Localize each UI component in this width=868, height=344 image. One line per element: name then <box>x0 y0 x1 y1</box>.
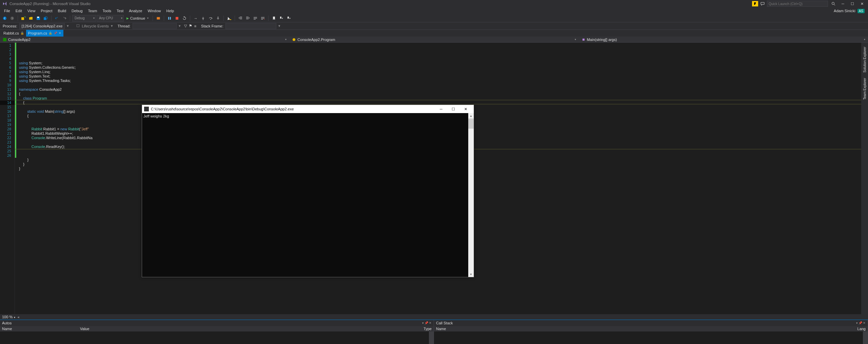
console-title-text: C:\Users\rushd\source\repos\ConsoleApp2\… <box>151 107 294 111</box>
browser-link-icon[interactable] <box>155 15 162 22</box>
close-button[interactable]: ✕ <box>858 0 866 7</box>
user-avatar[interactable]: AS <box>857 9 865 13</box>
uncomment-icon[interactable] <box>259 15 266 22</box>
console-title-bar[interactable]: C:\Users\rushd\source\repos\ConsoleApp2\… <box>142 105 474 113</box>
document-tabs: Rabbit.cs 🔒 Program.cs 🔒 📌 ✕ <box>0 30 868 37</box>
indent-decrease-icon[interactable] <box>237 15 244 22</box>
bookmark-next-icon[interactable] <box>285 15 292 22</box>
pane-pin-icon[interactable]: 📌 <box>859 321 862 325</box>
quick-launch-input[interactable] <box>767 1 828 7</box>
menu-test[interactable]: Test <box>114 8 126 14</box>
class-icon <box>292 38 296 42</box>
svg-rect-5 <box>37 17 39 18</box>
bookmark-icon[interactable] <box>271 15 277 22</box>
pane-close-icon[interactable]: ✕ <box>429 321 432 325</box>
pane-dropdown-icon[interactable]: ▾ <box>856 321 858 325</box>
console-maximize-button[interactable]: ☐ <box>447 105 459 113</box>
method-icon <box>581 38 586 42</box>
class-dropdown[interactable]: ConsoleApp2.Program <box>289 38 578 42</box>
menu-build[interactable]: Build <box>55 8 69 14</box>
redo-icon[interactable] <box>61 15 68 22</box>
menu-file[interactable]: File <box>1 8 13 14</box>
window-title: ConsoleApp2 (Running) - Microsoft Visual… <box>9 2 91 6</box>
autos-scrollbar[interactable] <box>429 331 434 344</box>
save-all-icon[interactable] <box>42 15 49 22</box>
callstack-scrollbar[interactable] <box>863 331 868 344</box>
editor-footer: 100 % ◂ <box>0 314 868 320</box>
user-name[interactable]: Adam Sinicki <box>834 9 855 13</box>
step-out-icon[interactable] <box>215 15 221 22</box>
menu-help[interactable]: Help <box>164 8 177 14</box>
title-bar: ConsoleApp2 (Running) - Microsoft Visual… <box>0 0 868 7</box>
autos-title: Autos <box>2 321 12 325</box>
menu-view[interactable]: View <box>25 8 38 14</box>
team-explorer-tab[interactable]: Team Explorer <box>862 75 867 102</box>
svg-point-12 <box>218 17 218 17</box>
svg-rect-7 <box>168 17 169 20</box>
console-close-button[interactable]: ✕ <box>459 105 472 113</box>
process-combo[interactable]: [1264] ConsoleApp2.exe <box>19 23 65 29</box>
pane-close-icon[interactable]: ✕ <box>863 321 866 325</box>
menu-debug[interactable]: Debug <box>69 8 85 14</box>
undo-icon[interactable] <box>54 15 60 22</box>
indent-increase-icon[interactable] <box>244 15 251 22</box>
pin-icon[interactable]: 📌 <box>54 31 57 35</box>
minimize-button[interactable]: ─ <box>839 0 847 7</box>
step-over-icon[interactable] <box>207 15 214 22</box>
step-into-icon[interactable] <box>200 15 206 22</box>
new-project-icon[interactable] <box>20 15 27 22</box>
menu-window[interactable]: Window <box>145 8 163 14</box>
feedback-icon[interactable] <box>760 1 766 6</box>
menu-analyze[interactable]: Analyze <box>126 8 145 14</box>
continue-button[interactable]: Continue▾ <box>124 16 151 20</box>
open-file-icon[interactable] <box>27 15 34 22</box>
text-highlight-icon[interactable] <box>226 15 233 22</box>
menu-edit[interactable]: Edit <box>13 8 25 14</box>
tab-rabbit[interactable]: Rabbit.cs 🔒 <box>1 30 26 37</box>
comment-icon[interactable] <box>252 15 259 22</box>
close-tab-icon[interactable]: ✕ <box>59 31 61 35</box>
console-minimize-button[interactable]: ─ <box>435 105 447 113</box>
menu-bar: File Edit View Project Build Debug Team … <box>0 7 868 14</box>
save-icon[interactable] <box>35 15 42 22</box>
stackframe-combo[interactable] <box>225 23 276 29</box>
pane-pin-icon[interactable]: 📌 <box>425 321 428 325</box>
bottom-panel: Autos ▾ 📌 ✕ Name Value Type Autos Locals… <box>0 320 868 344</box>
step-next-icon[interactable]: → <box>192 15 199 22</box>
zoom-combo[interactable]: 100 % <box>2 315 15 319</box>
tab-program[interactable]: Program.cs 🔒 📌 ✕ <box>26 30 63 37</box>
vs-icon <box>2 1 7 6</box>
menu-project[interactable]: Project <box>38 8 55 14</box>
solution-config-combo[interactable]: Debug <box>72 15 96 22</box>
scroll-down-icon[interactable]: ▼ <box>468 272 474 277</box>
project-dropdown[interactable]: ConsoleApp2 <box>0 38 289 42</box>
lock-icon: 🔒 <box>20 31 24 35</box>
thread-flag-icon[interactable]: ⚑ <box>189 24 192 28</box>
svg-point-2 <box>3 17 6 20</box>
search-icon[interactable] <box>829 0 837 7</box>
solution-explorer-tab[interactable]: Solution Explorer <box>862 44 867 75</box>
thread-combo[interactable] <box>133 23 177 29</box>
nav-back-icon[interactable] <box>1 15 8 22</box>
pane-dropdown-icon[interactable]: ▾ <box>422 321 424 325</box>
member-dropdown[interactable]: Main(string[] args) <box>579 38 868 42</box>
thread-threads-icon[interactable]: ≡ <box>194 24 196 28</box>
maximize-button[interactable]: ☐ <box>848 0 856 7</box>
callstack-title: Call Stack <box>436 321 453 325</box>
notification-flag-icon[interactable] <box>752 1 758 6</box>
menu-tools[interactable]: Tools <box>100 8 114 14</box>
stop-icon[interactable] <box>174 15 180 22</box>
menu-team[interactable]: Team <box>85 8 100 14</box>
scroll-thumb[interactable] <box>468 119 474 129</box>
console-scrollbar[interactable]: ▲ ▼ <box>468 113 474 277</box>
bookmark-prev-icon[interactable] <box>278 15 285 22</box>
platform-combo[interactable]: Any CPU <box>97 15 124 22</box>
thread-filter-icon[interactable]: ▽ <box>184 24 187 28</box>
restart-icon[interactable] <box>181 15 188 22</box>
svg-rect-29 <box>583 39 585 41</box>
process-label: Process: <box>3 24 17 28</box>
pause-icon[interactable] <box>166 15 173 22</box>
scroll-up-icon[interactable]: ▲ <box>468 113 474 119</box>
console-body[interactable]: Jeff weighs 2kg ▲ ▼ <box>142 113 474 277</box>
nav-forward-icon[interactable] <box>9 15 16 22</box>
